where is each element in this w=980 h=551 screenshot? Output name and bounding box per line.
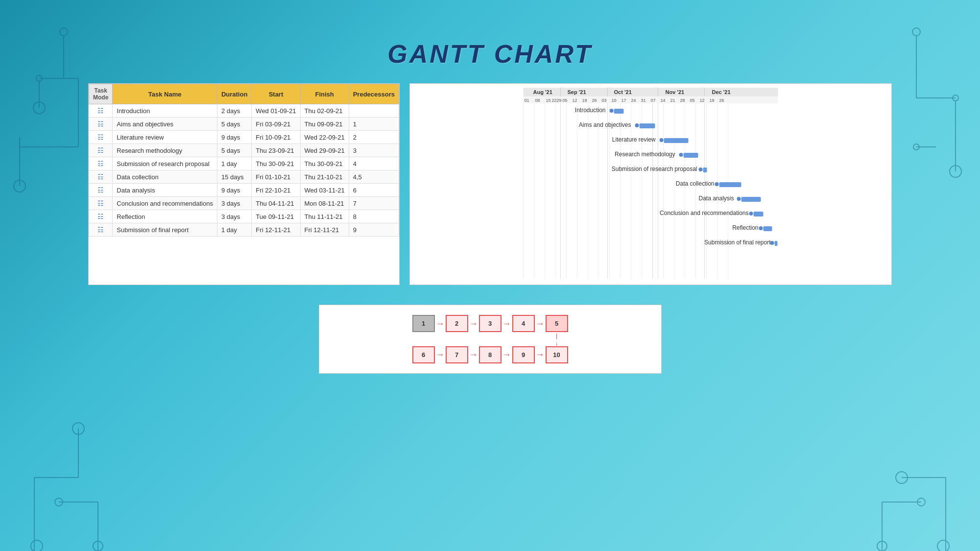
- task-name-cell: Literature review: [113, 131, 217, 144]
- task-pred-cell: 4: [349, 157, 399, 170]
- flow-arrow-7-8: →: [468, 350, 479, 359]
- task-mode-icon: ☷: [97, 160, 104, 168]
- svg-text:19: 19: [709, 98, 714, 103]
- col-header-start: Start: [252, 84, 300, 104]
- flow-arrow-6-7: →: [435, 350, 446, 359]
- task-name-cell: Submission of research proposal: [113, 157, 217, 170]
- svg-rect-110: [719, 182, 741, 187]
- svg-text:Aug '21: Aug '21: [533, 89, 552, 95]
- task-finish-cell: Wed 03-11-21: [300, 184, 349, 197]
- task-mode-icon: ☷: [97, 226, 104, 234]
- task-start-cell: Wed 01-09-21: [252, 104, 300, 118]
- svg-text:Sep '21: Sep '21: [567, 89, 586, 95]
- flow-node-9: 9: [512, 346, 535, 363]
- flow-node-2: 2: [446, 315, 468, 332]
- flow-arrow-3-4: →: [502, 319, 512, 328]
- task-name-cell: Aims and objectives: [113, 118, 217, 131]
- task-duration-cell: 5 days: [217, 118, 251, 131]
- svg-text:Conclusion and recommendations: Conclusion and recommendations: [660, 210, 748, 216]
- col-header-duration: Duration: [217, 84, 251, 104]
- task-start-cell: Thu 04-11-21: [252, 197, 300, 210]
- task-duration-cell: 1 day: [217, 223, 251, 237]
- svg-text:Data analysis: Data analysis: [698, 195, 734, 202]
- svg-point-11: [912, 28, 920, 36]
- flow-node-7: 7: [446, 346, 468, 363]
- svg-text:05: 05: [690, 98, 694, 103]
- svg-point-106: [698, 168, 702, 171]
- task-finish-cell: Wed 29-09-21: [300, 144, 349, 157]
- svg-text:26: 26: [719, 98, 724, 103]
- flow-node-3: 3: [479, 315, 502, 332]
- table-row: ☷ Literature review 9 days Fri 10-09-21 …: [89, 131, 399, 144]
- svg-point-109: [715, 182, 718, 186]
- flow-node-10: 10: [546, 346, 568, 363]
- svg-point-0: [60, 28, 68, 36]
- svg-text:Aims and objectives: Aims and objectives: [579, 121, 631, 128]
- task-start-cell: Thu 30-09-21: [252, 157, 300, 170]
- task-name-cell: Data analysis: [113, 184, 217, 197]
- task-mode-icon: ☷: [97, 107, 104, 115]
- svg-text:22: 22: [551, 98, 556, 103]
- task-mode-icon: ☷: [97, 186, 104, 194]
- svg-rect-119: [763, 226, 772, 231]
- svg-point-115: [749, 212, 753, 216]
- task-duration-cell: 1 day: [217, 157, 251, 170]
- svg-text:05: 05: [562, 98, 567, 103]
- task-mode-icon: ☷: [97, 120, 104, 128]
- col-header-finish: Finish: [300, 84, 349, 104]
- svg-text:26: 26: [592, 98, 597, 103]
- table-row: ☷ Data collection 15 days Fri 01-10-21 T…: [89, 170, 399, 184]
- task-finish-cell: Wed 22-09-21: [300, 131, 349, 144]
- task-mode-icon: ☷: [97, 173, 104, 181]
- svg-text:03: 03: [601, 98, 606, 103]
- task-finish-cell: Thu 02-09-21: [300, 104, 349, 118]
- svg-text:Dec '21: Dec '21: [712, 89, 730, 95]
- task-finish-cell: Thu 21-10-21: [300, 170, 349, 184]
- gantt-chart-wrapper: Aug '21 Sep '21 Oct '21 Nov '21 Dec '21 …: [409, 83, 892, 285]
- svg-point-34: [937, 540, 949, 551]
- svg-text:21: 21: [670, 98, 675, 103]
- svg-rect-104: [683, 153, 698, 158]
- task-name-cell: Submission of final report: [113, 223, 217, 237]
- task-finish-cell: Mon 08-11-21: [300, 197, 349, 210]
- table-row: ☷ Data analysis 9 days Fri 22-10-21 Wed …: [89, 184, 399, 197]
- svg-point-103: [679, 153, 683, 157]
- task-name-cell: Introduction: [113, 104, 217, 118]
- flow-top-row: 1 → 2 → 3 → 4 → 5: [412, 315, 568, 332]
- svg-point-26: [31, 540, 43, 551]
- svg-rect-101: [664, 138, 688, 143]
- svg-rect-122: [774, 241, 777, 246]
- svg-rect-116: [753, 212, 763, 216]
- task-duration-cell: 5 days: [217, 144, 251, 157]
- col-header-pred: Predecessors: [349, 84, 399, 104]
- flow-node-1: 1: [412, 315, 435, 332]
- task-finish-cell: Fri 12-11-21: [300, 223, 349, 237]
- task-start-cell: Fri 12-11-21: [252, 223, 300, 237]
- svg-point-94: [609, 109, 613, 113]
- svg-text:Oct '21: Oct '21: [614, 89, 631, 95]
- task-duration-cell: 3 days: [217, 197, 251, 210]
- page-title: GANTT CHART: [0, 0, 980, 69]
- table-row: ☷ Research methodology 5 days Thu 23-09-…: [89, 144, 399, 157]
- flow-arrow-1-2: →: [435, 319, 446, 328]
- task-duration-cell: 2 days: [217, 104, 251, 118]
- task-start-cell: Fri 10-09-21: [252, 131, 300, 144]
- task-pred-cell: 8: [349, 210, 399, 223]
- svg-point-118: [759, 226, 763, 230]
- flow-arrow-8-9: →: [502, 350, 512, 359]
- flow-node-5: 5: [546, 315, 568, 332]
- svg-rect-107: [703, 168, 707, 172]
- task-mode-icon: ☷: [97, 146, 104, 154]
- svg-text:12: 12: [699, 98, 704, 103]
- task-duration-cell: 3 days: [217, 210, 251, 223]
- gantt-table-wrapper: TaskMode Task Name Duration Start Finish…: [88, 83, 400, 285]
- task-mode-icon: ☷: [97, 199, 104, 207]
- table-row: ☷ Conclusion and recommendations 3 days …: [89, 197, 399, 210]
- task-icon-cell: ☷: [89, 210, 113, 223]
- svg-text:15: 15: [546, 98, 550, 103]
- task-pred-cell: 1: [349, 118, 399, 131]
- gantt-svg: Aug '21 Sep '21 Oct '21 Nov '21 Dec '21 …: [414, 88, 887, 279]
- task-pred-cell: 4,5: [349, 170, 399, 184]
- task-start-cell: Fri 01-10-21: [252, 170, 300, 184]
- task-name-cell: Reflection: [113, 210, 217, 223]
